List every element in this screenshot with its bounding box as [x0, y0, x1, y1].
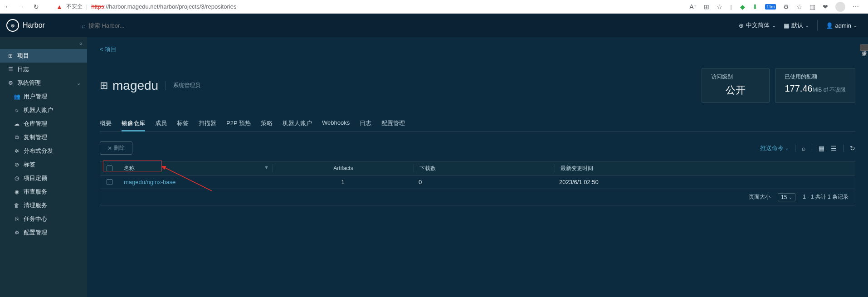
sidebar-item-logs[interactable]: ☰日志 [0, 63, 87, 76]
th-downloads[interactable]: 下载数 [414, 165, 555, 172]
profile-avatar[interactable] [835, 2, 845, 12]
forward-button[interactable]: → [17, 3, 24, 11]
sidebar-item-quotas[interactable]: ◷项目定额 [0, 171, 87, 185]
feedback-tab[interactable]: 按钮 [860, 44, 868, 51]
url-https: https [91, 3, 104, 10]
role-label: 系统管理员 [166, 81, 200, 90]
fav2-icon[interactable]: ☆ [796, 3, 802, 10]
tab-logs[interactable]: 日志 [360, 119, 371, 131]
row-checkbox[interactable] [107, 179, 112, 185]
trash-icon: 🗑 [14, 202, 20, 209]
share-icon: ✲ [14, 148, 20, 154]
summary-cards: 访问级别 公开 已使用的配额 177.46MiB of 不设限 [702, 68, 855, 103]
select-all-checkbox[interactable] [107, 166, 112, 171]
sidebar-item-interrogation[interactable]: ◉审查服务 [0, 185, 87, 199]
more-icon[interactable]: ⋯ [853, 3, 859, 10]
list-view-icon[interactable]: ☰ [831, 145, 837, 152]
th-artifacts[interactable]: Artifacts [273, 165, 414, 171]
sidebar-item-config[interactable]: ⚙配置管理 [0, 226, 87, 239]
theme-selector[interactable]: ▦ 默认 ⌄ [784, 21, 809, 29]
app-header: ⎈ Harbor ⌕ ⊕ 中文简体 ⌄ ▦ 默认 ⌄ 👤 admin ⌄ [0, 14, 868, 37]
tab-p2p[interactable]: P2P 预热 [226, 119, 251, 131]
page-size-value: 15 [781, 194, 787, 200]
sidebar-item-robot[interactable]: ☼机器人账户 [0, 103, 87, 117]
sidebar-item-distribution[interactable]: ✲分布式分发 [0, 144, 87, 158]
sidebar-label: 仓库管理 [24, 120, 47, 128]
tab-webhooks[interactable]: Webhooks [322, 119, 350, 131]
td-artifacts: 1 [273, 179, 413, 185]
download-icon[interactable]: ⬇ [752, 3, 758, 10]
th-time[interactable]: 最新变更时间 [555, 165, 855, 172]
sidebar-label: 审查服务 [24, 188, 47, 196]
filter-icon[interactable]: ▼ [264, 165, 269, 170]
refresh-icon[interactable]: ↻ [850, 145, 855, 152]
favorite-icon[interactable]: ☆ [717, 3, 722, 10]
search-input[interactable] [88, 22, 224, 29]
page-size-select[interactable]: 15 ⌄ [778, 193, 795, 201]
project-name: magedu [112, 78, 158, 93]
divider [817, 20, 818, 31]
collections-icon[interactable]: ⊞ [704, 3, 709, 10]
card-view-icon[interactable]: ▦ [819, 145, 824, 152]
close-icon: ✕ [107, 145, 112, 151]
sidebar: « ⊞项目 ☰日志 ⚙系统管理⌄ 👥用户管理 ☼机器人账户 ☁仓库管理 ⧉复制管… [0, 37, 87, 297]
sidebar-collapse[interactable]: « [0, 37, 87, 49]
sidebar-item-jobs[interactable]: ⎘任务中心 [0, 212, 87, 226]
reload-button[interactable]: ↻ [34, 3, 39, 10]
sidebar-item-labels[interactable]: ⊘标签 [0, 158, 87, 171]
copy-icon: ⧉ [14, 134, 20, 141]
header-right: ⊕ 中文简体 ⌄ ▦ 默认 ⌄ 👤 admin ⌄ [739, 20, 868, 31]
url-bar[interactable]: ▲ 不安全 | https://harbor.magedu.net/harbor… [44, 3, 684, 10]
search-icon[interactable]: ⌕ [802, 145, 805, 152]
tab-members[interactable]: 成员 [155, 119, 167, 131]
user-menu[interactable]: 👤 admin ⌄ [826, 22, 857, 29]
sidepanel-icon[interactable]: ▥ [809, 3, 815, 10]
url-path: ://harbor.magedu.net/harbor/projects/3/r… [104, 3, 236, 10]
ext-badge[interactable]: 11m [765, 4, 776, 10]
tab-summary[interactable]: 概要 [100, 119, 112, 131]
shield-icon[interactable]: ◆ [740, 3, 745, 10]
sidebar-item-registries[interactable]: ☁仓库管理 [0, 117, 87, 131]
page-size-label: 页面大小 [749, 193, 770, 201]
tab-policy[interactable]: 策略 [261, 119, 273, 131]
sidebar-item-replication[interactable]: ⧉复制管理 [0, 131, 87, 144]
tab-labels[interactable]: 标签 [177, 119, 189, 131]
repo-link[interactable]: magedu/nginx-base [124, 179, 176, 185]
td-time: 2023/6/1 02:50 [554, 179, 855, 185]
tab-repositories[interactable]: 镜像仓库 [122, 119, 145, 131]
title-row: ⊞ magedu 系统管理员 访问级别 公开 已使用的配额 177.46MiB … [100, 68, 855, 103]
language-selector[interactable]: ⊕ 中文简体 ⌄ [739, 21, 775, 29]
sidebar-item-users[interactable]: 👥用户管理 [0, 90, 87, 103]
back-button[interactable]: ← [5, 3, 12, 11]
breadcrumb[interactable]: < 项目 [100, 46, 117, 53]
sidebar-label: 任务中心 [24, 215, 47, 223]
sidebar-label: 项目定额 [24, 174, 47, 182]
sidebar-item-gc[interactable]: 🗑清理服务 [0, 199, 87, 212]
table-row: magedu/nginx-base 1 0 2023/6/1 02:50 [100, 175, 855, 189]
read-aloud-icon[interactable]: A⁺ [689, 3, 697, 10]
card-value: 公开 [711, 83, 760, 97]
sidebar-item-admin[interactable]: ⚙系统管理⌄ [0, 76, 87, 90]
ext1-icon[interactable]: ⫿ [730, 3, 733, 10]
push-cmd-label: 推送命令 [760, 144, 784, 152]
divider [795, 145, 795, 152]
extensions-icon[interactable]: ⚙ [783, 3, 789, 10]
users-icon: 👥 [14, 93, 20, 100]
quota-unit: MiB of 不设限 [813, 87, 846, 93]
pagination-summary: 1 - 1 共计 1 条记录 [803, 193, 848, 201]
th-name[interactable]: 名称▼ [118, 165, 273, 172]
gear-icon: ⚙ [7, 80, 14, 86]
tab-robot[interactable]: 机器人账户 [283, 119, 312, 131]
insecure-label: 不安全 [66, 3, 83, 10]
tab-scanner[interactable]: 扫描器 [199, 119, 216, 131]
sidebar-item-projects[interactable]: ⊞项目 [0, 49, 87, 63]
push-command-dropdown[interactable]: 推送命令 ⌄ [760, 144, 789, 152]
heart-icon[interactable]: ❤ [823, 3, 828, 10]
td-downloads: 0 [413, 179, 554, 185]
sidebar-label: 标签 [24, 161, 35, 169]
chevron-down-icon: ⌄ [77, 80, 81, 86]
tab-config[interactable]: 配置管理 [381, 119, 405, 131]
logo[interactable]: ⎈ Harbor [6, 19, 74, 32]
divider [843, 145, 844, 152]
delete-button[interactable]: ✕删除 [100, 141, 132, 155]
